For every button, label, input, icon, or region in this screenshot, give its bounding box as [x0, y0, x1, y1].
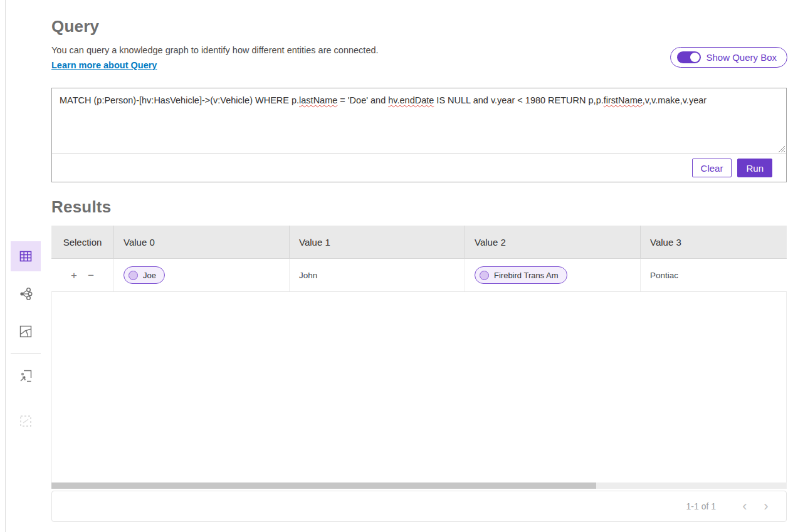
resize-handle-icon[interactable] — [777, 145, 785, 152]
query-text-segment: ,v,v.make,v.year — [643, 95, 706, 105]
results-table-icon — [18, 249, 33, 264]
value2-cell: Firebird Trans Am — [465, 259, 641, 291]
page-description: You can query a knowledge graph to ident… — [51, 45, 379, 55]
column-header-value1[interactable]: Value 1 — [290, 226, 465, 258]
query-page: Query You can query a knowledge graph to… — [0, 0, 793, 532]
add-selection-button[interactable]: + — [71, 270, 77, 281]
link-chart-icon — [18, 286, 33, 301]
query-box: MATCH (p:Person)-[hv:HasVehicle]->(v:Veh… — [51, 88, 787, 182]
toggle-switch-icon[interactable] — [677, 51, 701, 63]
table-row: + − Joe John Firebird Trans Am Pontiac — [51, 259, 787, 292]
query-textarea[interactable]: MATCH (p:Person)-[hv:HasVehicle]->(v:Veh… — [52, 88, 786, 154]
value0-cell: Joe — [114, 259, 290, 291]
horizontal-scrollbar[interactable] — [51, 482, 787, 489]
next-page-icon[interactable]: › — [760, 499, 772, 513]
query-text-segment: = 'Doe' and — [337, 95, 388, 105]
results-view-rail — [11, 241, 41, 436]
results-table-view-button[interactable] — [11, 241, 41, 271]
entity-pill[interactable]: Firebird Trans Am — [475, 266, 567, 284]
value3-cell: Pontiac — [641, 259, 787, 291]
query-text-segment: IS NULL and v.year < 1980 RETURN p,p. — [434, 95, 603, 105]
new-map-icon — [18, 414, 33, 429]
previous-page-icon[interactable]: ‹ — [738, 499, 751, 513]
column-header-value3[interactable]: Value 3 — [641, 226, 787, 258]
map-view-button[interactable] — [11, 316, 41, 347]
rail-divider — [11, 353, 41, 354]
show-query-box-toggle[interactable]: Show Query Box — [670, 47, 787, 68]
column-header-selection[interactable]: Selection — [51, 226, 114, 258]
results-title: Results — [51, 197, 111, 217]
scrollbar-thumb[interactable] — [51, 482, 596, 489]
link-chart-view-button[interactable] — [11, 279, 41, 309]
query-text-segment-misspelled: hv.endDate — [388, 95, 434, 105]
run-button[interactable]: Run — [737, 159, 772, 177]
pagination-bar: 1-1 of 1 ‹ › — [51, 491, 787, 522]
entity-dot-icon — [480, 271, 489, 280]
column-header-value0[interactable]: Value 0 — [114, 226, 290, 258]
query-footer: Clear Run — [52, 154, 786, 182]
new-map-button[interactable] — [11, 406, 41, 436]
remove-selection-button[interactable]: − — [88, 270, 94, 281]
results-table: Selection Value 0 Value 1 Value 2 Value … — [51, 226, 787, 482]
page-range-label: 1-1 of 1 — [686, 501, 716, 511]
entity-label: Joe — [143, 271, 156, 280]
entity-dot-icon — [129, 271, 138, 280]
table-empty-area — [51, 292, 787, 482]
clear-button[interactable]: Clear — [692, 159, 732, 177]
selection-cell: + − — [51, 259, 114, 291]
column-header-value2[interactable]: Value 2 — [465, 226, 641, 258]
query-text-segment: MATCH (p:Person)-[hv:HasVehicle]->(v:Veh… — [60, 95, 299, 105]
entity-pill[interactable]: Joe — [123, 266, 165, 284]
query-text-segment-misspelled: firstName — [604, 95, 643, 105]
value1-cell: John — [290, 259, 465, 291]
map-icon — [18, 324, 33, 339]
show-query-box-label: Show Query Box — [706, 52, 777, 63]
panel-divider — [5, 0, 6, 532]
add-to-map-button[interactable] — [11, 361, 41, 391]
toggle-knob — [690, 53, 700, 62]
query-text-segment-misspelled: lastName — [299, 95, 337, 105]
learn-more-link[interactable]: Learn more about Query — [51, 60, 157, 70]
table-header-row: Selection Value 0 Value 1 Value 2 Value … — [51, 226, 787, 259]
add-to-map-icon — [18, 368, 33, 383]
entity-label: Firebird Trans Am — [494, 271, 559, 280]
page-title: Query — [51, 17, 99, 36]
